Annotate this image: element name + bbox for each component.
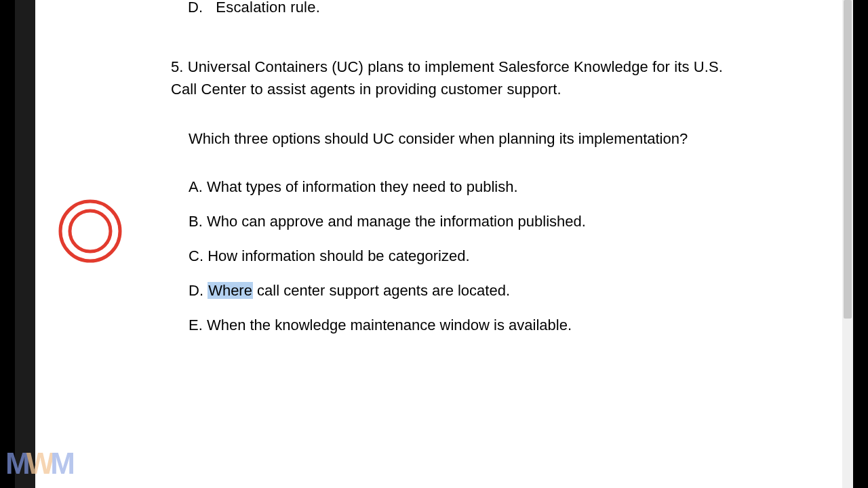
scrollbar-track[interactable] (842, 0, 853, 488)
q5-option-c-letter: C. (189, 247, 203, 264)
q5-option-c-text: How information should be categorized. (208, 247, 469, 264)
scrollbar-thumb[interactable] (844, 0, 852, 319)
q5-option-b-letter: B. (189, 213, 203, 230)
q5-option-e-text: When the knowledge maintenance window is… (207, 317, 572, 333)
logo-letter-w: W (26, 447, 51, 480)
q4-option-d: D. Escalation rule. (188, 0, 320, 18)
q5-option-a: A. What types of information they need t… (189, 176, 727, 198)
logo-letter-m1: M (5, 447, 26, 480)
q4-option-d-text: Escalation rule. (216, 0, 320, 16)
q5-options: A. What types of information they need t… (171, 176, 727, 336)
svg-point-0 (60, 201, 120, 261)
q5-option-d-rest: call center support agents are located. (253, 282, 510, 299)
q5-option-b-text: Who can approve and manage the informati… (207, 213, 586, 230)
annotation-double-circle (58, 199, 123, 264)
q5-option-e: E. When the knowledge maintenance window… (189, 314, 727, 336)
logo-letter-m2: M (50, 447, 71, 480)
q4-option-d-letter: D. (188, 0, 203, 16)
svg-point-1 (70, 211, 111, 251)
q5-option-b: B. Who can approve and manage the inform… (189, 210, 727, 232)
q5-option-d: D. Where call center support agents are … (189, 279, 727, 302)
q5-subquestion: Which three options should UC consider w… (171, 127, 727, 150)
document-page: D. Escalation rule. 5. Universal Contain… (35, 0, 849, 488)
q5-option-e-letter: E. (189, 317, 203, 333)
double-circle-icon (58, 199, 123, 264)
q5-option-c: C. How information should be categorized… (189, 245, 727, 267)
watermark-logo: MWM (5, 449, 71, 479)
q5-option-a-letter: A. (189, 178, 203, 195)
q5-option-a-text: What types of information they need to p… (207, 178, 518, 195)
q5-stem-text: Universal Containers (UC) plans to imple… (171, 58, 723, 98)
q5-option-d-letter: D. (189, 282, 203, 299)
video-frame-border: D. Escalation rule. 5. Universal Contain… (15, 0, 853, 488)
q5-block: 5. Universal Containers (UC) plans to im… (171, 0, 727, 336)
q5-number: 5. (171, 58, 184, 75)
q5-stem: 5. Universal Containers (UC) plans to im… (171, 56, 727, 100)
q5-option-d-highlighted: Where (208, 282, 253, 299)
document-content: D. Escalation rule. 5. Universal Contain… (35, 0, 849, 336)
